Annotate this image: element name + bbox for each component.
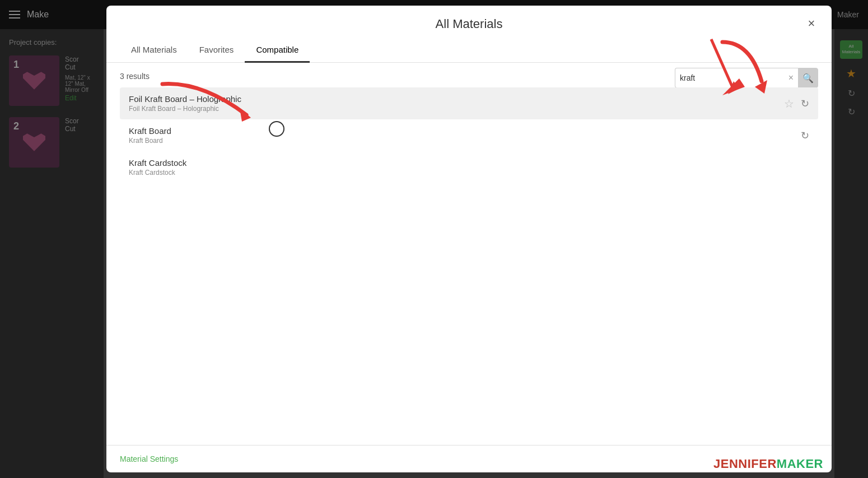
modal-body: 3 results Foil Kraft Board – Holographic… (106, 63, 832, 445)
close-button[interactable]: × (802, 15, 820, 33)
material-sub-2: Kraft Board (129, 137, 801, 145)
tab-all-materials[interactable]: All Materials (120, 40, 188, 63)
tab-compatible[interactable]: Compatible (245, 40, 310, 63)
material-actions-1: ☆ ↻ (784, 97, 809, 110)
material-name-2: Kraft Board (129, 126, 801, 136)
modal-header: All Materials × (106, 6, 832, 31)
material-name-1: Foil Kraft Board – Holographic (129, 94, 784, 104)
refresh-icon-2[interactable]: ↻ (801, 129, 809, 142)
refresh-icon-1[interactable]: ↻ (801, 98, 809, 110)
modal-overlay: All Materials × All Materials Favorites … (0, 0, 868, 478)
material-item-3[interactable]: Kraft Cardstock Kraft Cardstock (120, 151, 818, 183)
search-clear-icon[interactable]: × (788, 73, 794, 82)
tab-favorites[interactable]: Favorites (188, 40, 245, 63)
material-item-content-3: Kraft Cardstock Kraft Cardstock (129, 158, 809, 177)
search-icon: 🔍 (802, 73, 814, 83)
material-sub-1: Foil Kraft Board – Holographic (129, 105, 784, 113)
material-item-1[interactable]: Foil Kraft Board – Holographic Foil Kraf… (120, 87, 818, 119)
favorite-star-1[interactable]: ☆ (784, 97, 794, 110)
material-item-content-2: Kraft Board Kraft Board (129, 126, 801, 145)
search-input[interactable] (680, 73, 788, 82)
modal-title: All Materials (436, 17, 503, 31)
search-input-wrap: × (675, 68, 798, 88)
material-item-content-1: Foil Kraft Board – Holographic Foil Kraf… (129, 94, 784, 113)
search-button[interactable]: 🔍 (798, 68, 818, 88)
modal: All Materials × All Materials Favorites … (106, 6, 832, 472)
branding: JENNIFERMAKER (713, 457, 823, 471)
brand-maker: MAKER (777, 457, 823, 471)
material-settings-link[interactable]: Material Settings (120, 454, 178, 463)
material-actions-2: ↻ (801, 129, 809, 142)
modal-tabs: All Materials Favorites Compatible (106, 31, 832, 63)
search-bar: × 🔍 (675, 68, 818, 88)
material-item-2[interactable]: Kraft Board Kraft Board ↻ (120, 119, 818, 151)
material-sub-3: Kraft Cardstock (129, 169, 809, 177)
material-name-3: Kraft Cardstock (129, 158, 809, 168)
brand-jennifer: JENNIFER (713, 457, 777, 471)
